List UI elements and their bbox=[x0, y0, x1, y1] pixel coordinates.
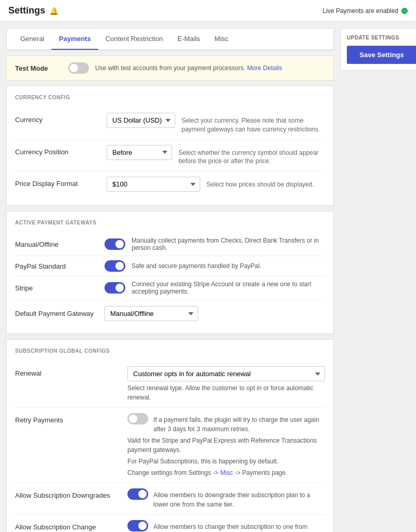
retry-desc1: If a payment fails, the plugin will try … bbox=[153, 415, 325, 434]
retry-desc2: Valid for the Stripe and PayPal Express … bbox=[127, 436, 325, 455]
change-description: Allow members to change their subscripti… bbox=[153, 522, 325, 532]
subscription-label: SUBSCRIPTION GLOBAL CONFIGS bbox=[15, 348, 325, 354]
stripe-description: Connect your existing Stripe Account or … bbox=[132, 281, 325, 295]
toggle-thumb bbox=[70, 64, 78, 72]
currency-row: Currency US Dollar (USD) Select your cur… bbox=[15, 108, 325, 140]
retry-payments-label: Retry Payments bbox=[15, 413, 119, 424]
toggle-track bbox=[68, 62, 89, 74]
gateway-paypal-row: PayPal Standard Safe and secure payments… bbox=[15, 256, 325, 276]
bell-icon[interactable]: 🔔 bbox=[49, 7, 58, 15]
main-content: General Payments Content Restriction E-M… bbox=[6, 28, 334, 532]
gateway-stripe-row: Stripe Connect your existing Stripe Acco… bbox=[15, 276, 325, 300]
tabs-card: General Payments Content Restriction E-M… bbox=[6, 28, 334, 50]
allow-downgrades-row: Allow Subscription Downgrades Allow memb… bbox=[15, 483, 325, 515]
currency-config-section: CURRENCY CONFIG Currency US Dollar (USD)… bbox=[6, 86, 334, 206]
allow-change-control: Allow members to change their subscripti… bbox=[127, 520, 325, 532]
test-mode-banner: Test Mode Use with test accounts from yo… bbox=[6, 56, 334, 81]
retry-desc4: Change settings from Settings -> Misc ->… bbox=[127, 468, 325, 477]
renewal-row: Renewal Customer opts in for automatic r… bbox=[15, 361, 325, 408]
default-gateway-select[interactable]: Manual/Offline bbox=[105, 306, 198, 321]
tab-general[interactable]: General bbox=[13, 29, 51, 50]
price-display-label: Price Display Format bbox=[15, 177, 98, 188]
subscription-section: SUBSCRIPTION GLOBAL CONFIGS Renewal Cust… bbox=[6, 339, 334, 532]
currency-position-label: Currency Position bbox=[15, 145, 98, 156]
allow-downgrades-control: Allow members to downgrade their subscri… bbox=[127, 488, 325, 509]
toggle-thumb bbox=[115, 284, 124, 292]
paypal-toggle[interactable] bbox=[105, 260, 125, 272]
change-toggle-row: Allow members to change their subscripti… bbox=[127, 520, 325, 532]
misc-link[interactable]: Misc bbox=[220, 469, 233, 476]
currency-position-row: Currency Position Before Select whether … bbox=[15, 140, 325, 172]
toggle-track bbox=[105, 238, 125, 250]
save-settings-button[interactable]: Save Settings bbox=[347, 46, 416, 64]
manual-offline-toggle[interactable] bbox=[105, 238, 125, 250]
allow-downgrades-toggle[interactable] bbox=[127, 488, 148, 500]
top-bar: Settings 🔔 Live Payments are enabled bbox=[0, 0, 416, 22]
toggle-thumb bbox=[115, 262, 124, 270]
update-settings-card: UPDATE SETTINGS Save Settings bbox=[340, 28, 416, 71]
toggle-thumb bbox=[138, 522, 147, 530]
retry-payments-row: Retry Payments If a payment fails, the p… bbox=[15, 408, 325, 483]
paypal-label: PayPal Standard bbox=[15, 262, 98, 270]
paypal-description: Safe and secure payments handled by PayP… bbox=[132, 262, 262, 270]
stripe-gateway-label: Stripe bbox=[15, 284, 98, 292]
stripe-toggle[interactable] bbox=[105, 282, 125, 294]
retry-toggle-row: If a payment fails, the plugin will try … bbox=[127, 413, 325, 434]
toggle-thumb bbox=[115, 240, 124, 248]
tab-misc[interactable]: Misc bbox=[207, 29, 236, 50]
gateways-label: ACTIVE PAYMENT GATEWAYS bbox=[15, 220, 325, 225]
page-title: Settings 🔔 bbox=[8, 5, 58, 16]
status-text: Live Payments are enabled bbox=[323, 7, 398, 15]
currency-label: Currency bbox=[15, 113, 98, 124]
allow-downgrades-label: Allow Subscription Downgrades bbox=[15, 488, 119, 499]
gateway-manual-row: Manual/Offline Manually collect payments… bbox=[15, 233, 325, 256]
payment-gateways-section: ACTIVE PAYMENT GATEWAYS Manual/Offline M… bbox=[6, 211, 334, 334]
tab-emails[interactable]: E-Mails bbox=[170, 29, 207, 50]
toggle-thumb bbox=[129, 415, 137, 423]
main-layout: General Payments Content Restriction E-M… bbox=[0, 22, 416, 532]
toggle-track bbox=[105, 282, 125, 294]
currency-config-label: CURRENCY CONFIG bbox=[15, 95, 325, 100]
toggle-track bbox=[105, 260, 125, 272]
retry-payments-toggle[interactable] bbox=[127, 413, 148, 424]
allow-change-toggle[interactable] bbox=[127, 520, 148, 531]
test-mode-description: Use with test accounts from your payment… bbox=[95, 64, 282, 72]
live-payments-status: Live Payments are enabled bbox=[323, 7, 408, 15]
toggle-track bbox=[127, 413, 148, 424]
downgrades-description: Allow members to downgrade their subscri… bbox=[153, 490, 325, 509]
currency-control: US Dollar (USD) Select your currency. Pl… bbox=[107, 113, 325, 134]
tab-content-restriction[interactable]: Content Restriction bbox=[98, 29, 171, 50]
manual-offline-label: Manual/Offline bbox=[15, 241, 98, 248]
test-mode-label: Test Mode bbox=[15, 64, 62, 72]
toggle-thumb bbox=[138, 490, 147, 498]
default-gateway-label: Default Payment Gateway bbox=[15, 310, 98, 317]
title-text: Settings bbox=[8, 5, 45, 16]
more-details-link[interactable]: More Details bbox=[247, 64, 282, 72]
allow-change-row: Allow Subscription Change Allow members … bbox=[15, 515, 325, 532]
renewal-label: Renewal bbox=[15, 366, 119, 377]
retry-payments-control: If a payment fails, the plugin will try … bbox=[127, 413, 325, 477]
renewal-description: Select renewal type. Allow the customer … bbox=[127, 383, 325, 402]
price-display-row: Price Display Format $100 Select how pri… bbox=[15, 171, 325, 197]
retry-desc3: For PayPal Subscriptions, this is happen… bbox=[127, 457, 325, 466]
price-display-control: $100 Select how prices should be display… bbox=[107, 177, 325, 192]
price-display-select[interactable]: $100 bbox=[107, 177, 200, 192]
page-wrapper: Settings 🔔 Live Payments are enabled Gen… bbox=[0, 0, 416, 532]
renewal-select[interactable]: Customer opts in for automatic renewal bbox=[127, 366, 325, 381]
test-mode-toggle[interactable] bbox=[68, 62, 89, 74]
manual-offline-description: Manually collect payments from Checks, D… bbox=[132, 237, 325, 251]
default-gateway-row: Default Payment Gateway Manual/Offline bbox=[15, 302, 325, 325]
currency-position-select[interactable]: Before bbox=[107, 145, 172, 160]
tabs-list: General Payments Content Restriction E-M… bbox=[7, 29, 333, 50]
currency-select[interactable]: US Dollar (USD) bbox=[107, 113, 175, 128]
downgrades-toggle-row: Allow members to downgrade their subscri… bbox=[127, 488, 325, 509]
sidebar: UPDATE SETTINGS Save Settings bbox=[340, 28, 416, 532]
tab-payments[interactable]: Payments bbox=[51, 29, 98, 50]
renewal-control: Customer opts in for automatic renewal S… bbox=[127, 366, 325, 402]
allow-change-label: Allow Subscription Change bbox=[15, 520, 119, 531]
currency-position-control: Before Select whether the currency symbo… bbox=[107, 145, 325, 166]
status-indicator bbox=[401, 8, 408, 14]
sidebar-title: UPDATE SETTINGS bbox=[347, 35, 416, 41]
toggle-track bbox=[127, 520, 148, 531]
price-display-description: Select how prices should be displayed. bbox=[206, 177, 314, 189]
